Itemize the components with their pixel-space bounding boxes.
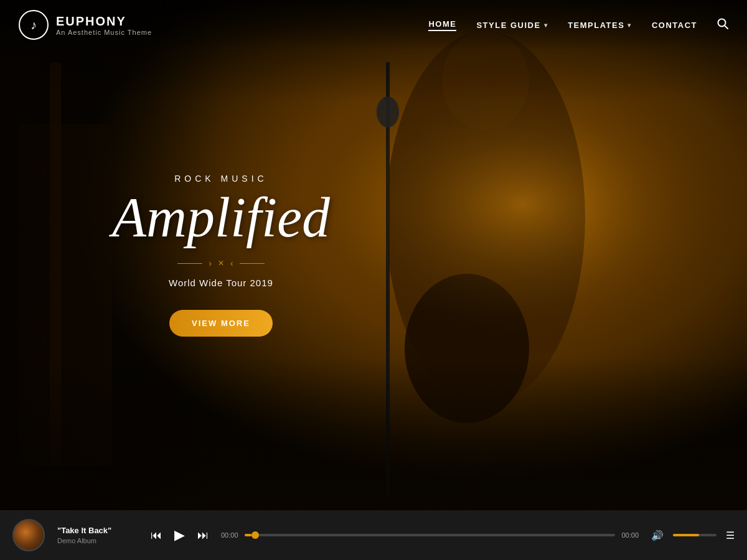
hero-description: World Wide Tour 2019	[112, 278, 330, 288]
prev-button[interactable]: ⏮	[151, 529, 162, 542]
play-button[interactable]: ▶	[174, 527, 185, 543]
player-bar: "Take It Back" Demo Album ⏮ ▶ ⏭ 00:00 00…	[0, 510, 747, 560]
volume-icon[interactable]: 🔊	[651, 530, 664, 541]
search-button[interactable]	[717, 18, 728, 32]
main-nav: HOME STYLE GUIDE ▾ TEMPLATES ▾ CONTACT	[428, 18, 728, 32]
player-right-controls: 🔊 ☰	[651, 530, 735, 541]
progress-bar[interactable]	[245, 534, 616, 536]
playlist-icon[interactable]: ☰	[726, 530, 735, 541]
divider-arrow-right: ‹	[230, 258, 233, 268]
next-button[interactable]: ⏭	[197, 529, 209, 542]
music-note-icon: ♪	[31, 18, 37, 32]
chevron-down-icon: ▾	[627, 22, 632, 29]
divider-line-left	[177, 263, 202, 264]
site-tagline: An Aesthetic Music Theme	[56, 29, 152, 36]
logo[interactable]: ♪ EUPHONY An Aesthetic Music Theme	[19, 10, 152, 40]
logo-text: EUPHONY An Aesthetic Music Theme	[56, 14, 152, 36]
player-time-section: 00:00 00:00	[221, 531, 639, 539]
player-controls: ⏮ ▶ ⏭	[151, 527, 209, 543]
time-current: 00:00	[221, 531, 238, 539]
svg-line-1	[725, 26, 728, 29]
hero-divider: › ✕ ‹	[112, 258, 330, 268]
player-track-info: "Take It Back" Demo Album	[57, 526, 138, 544]
hero-subtitle: ROCK MUSIC	[112, 174, 330, 184]
nav-item-style-guide[interactable]: STYLE GUIDE ▾	[476, 21, 548, 30]
logo-icon: ♪	[19, 10, 49, 40]
player-album-name: Demo Album	[57, 537, 138, 544]
hero-section: ROCK MUSIC Amplified › ✕ ‹ World Wide To…	[0, 0, 747, 510]
nav-item-templates[interactable]: TEMPLATES ▾	[568, 21, 632, 30]
nav-item-home[interactable]: HOME	[428, 19, 456, 31]
progress-thumb	[251, 531, 259, 539]
volume-bar[interactable]	[673, 534, 716, 536]
nav-item-contact[interactable]: CONTACT	[652, 21, 697, 30]
view-more-button[interactable]: VIEW MORE	[169, 310, 273, 337]
hero-content: ROCK MUSIC Amplified › ✕ ‹ World Wide To…	[112, 174, 330, 337]
progress-fill	[245, 534, 252, 536]
divider-line-right	[240, 263, 265, 264]
chevron-down-icon: ▾	[544, 22, 548, 29]
volume-fill	[673, 534, 699, 536]
player-track-name: "Take It Back"	[57, 526, 138, 535]
time-total: 00:00	[621, 531, 639, 539]
site-name: EUPHONY	[56, 14, 152, 29]
hero-title: Amplified	[112, 190, 330, 246]
divider-cross: ✕	[218, 259, 224, 268]
divider-arrow-left: ›	[209, 258, 212, 268]
site-header: ♪ EUPHONY An Aesthetic Music Theme HOME …	[0, 0, 747, 50]
player-album-art	[12, 519, 45, 551]
